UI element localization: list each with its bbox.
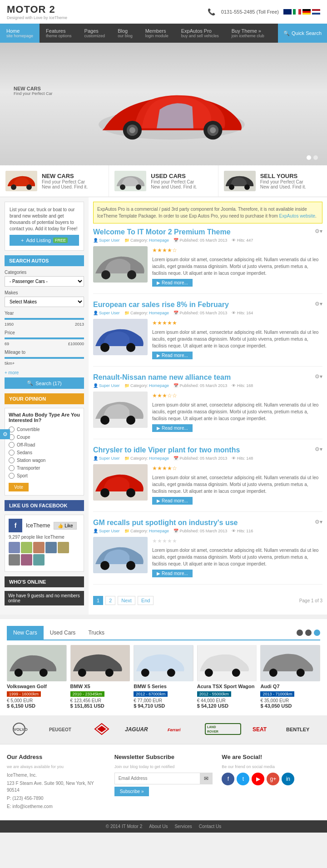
search-autos-button[interactable]: 🔍 Search (17): [5, 377, 84, 389]
radio-station[interactable]: Station wagon: [9, 457, 80, 463]
settings-gear[interactable]: ⚙: [0, 429, 10, 439]
footer-services-link[interactable]: Services: [174, 824, 192, 829]
brand-ferrari[interactable]: Ferrari: [167, 722, 194, 737]
social-youtube[interactable]: ▶: [252, 773, 264, 785]
article-3-tools[interactable]: ⚙▾: [315, 373, 322, 380]
tab-new-cars[interactable]: New Cars: [7, 626, 44, 640]
article-4-author: 👤 Super User: [93, 456, 120, 461]
radio-sedans[interactable]: Sedans: [9, 450, 80, 456]
svg-point-33: [40, 669, 48, 677]
radio-convertible[interactable]: Convertible: [9, 427, 80, 432]
article-1-tools[interactable]: ⚙▾: [315, 228, 322, 234]
flag-de[interactable]: [302, 9, 311, 15]
search-form: Categories - Passenger Cars - Makes Sele…: [5, 270, 84, 389]
newsletter-email-input[interactable]: [114, 773, 200, 784]
tab-used-cars[interactable]: Used Cars: [44, 626, 82, 640]
page-next[interactable]: Next: [118, 596, 135, 605]
article-3-readmore[interactable]: ▶ Read more...: [152, 424, 193, 432]
expautos-link[interactable]: ExpAutos website: [279, 213, 316, 218]
brand-seat[interactable]: SEAT: [252, 722, 274, 737]
flag-nl[interactable]: [312, 9, 320, 15]
social-googleplus[interactable]: g+: [267, 773, 279, 785]
add-listing-label: Add Listing: [26, 238, 50, 243]
article-5-readmore[interactable]: ▶ Read more...: [152, 570, 193, 577]
categories-select[interactable]: - Passenger Cars -: [5, 276, 84, 287]
social-linkedin[interactable]: in: [282, 773, 294, 785]
radio-offroad[interactable]: Off-Road: [9, 442, 80, 448]
svg-point-15: [244, 184, 250, 190]
tab-trucks[interactable]: Trucks: [82, 626, 111, 640]
more-options[interactable]: + more: [5, 370, 19, 375]
radio-transporter[interactable]: Transporter: [9, 465, 80, 471]
cat-sell-yours[interactable]: SELL YOURS Find your Perfect Car New and…: [218, 165, 327, 197]
brand-peugeot[interactable]: PEUGEOT: [48, 722, 80, 737]
article-1-readmore[interactable]: ▶ Read more...: [152, 279, 193, 287]
nav-item-blog[interactable]: Blog our blog: [111, 24, 139, 43]
hero-dot-1[interactable]: [307, 155, 311, 160]
nav-item-home[interactable]: Home site homepage: [0, 24, 40, 43]
brand-renault[interactable]: [90, 722, 113, 737]
brand-jaguar[interactable]: JAGUAR: [124, 722, 156, 737]
page-end[interactable]: End: [138, 596, 154, 605]
brand-volvo[interactable]: VOLVO: [10, 722, 37, 737]
radio-sport-input[interactable]: [9, 473, 15, 479]
nav-item-pages[interactable]: Pages customized: [78, 24, 112, 43]
online-title: WHO'S ONLINE: [5, 576, 84, 587]
nav-item-members[interactable]: Members login module: [139, 24, 175, 43]
footer-about-link[interactable]: About Us: [149, 824, 168, 829]
radio-transporter-input[interactable]: [9, 465, 15, 471]
brand-landrover[interactable]: LAND ROVER: [205, 722, 241, 737]
article-5-category: 📁 Category: Homepage: [124, 529, 169, 533]
nav-item-buytheme[interactable]: Buy Theme » join icetheme club: [225, 24, 271, 43]
free-badge: FREE: [53, 238, 68, 243]
listing-tab-controls: [297, 630, 320, 636]
article-4-tools[interactable]: ⚙▾: [315, 446, 322, 452]
car-card-2-name: BMW X5: [70, 684, 130, 689]
article-5-img: [93, 537, 148, 573]
nav-item-expautos[interactable]: ExpAutos Pro buy and sell vehicles: [175, 24, 225, 43]
cat-new-img: [5, 171, 37, 191]
radio-offroad-input[interactable]: [9, 442, 15, 448]
hero-dot-2[interactable]: [313, 155, 318, 160]
add-listing-button[interactable]: + Add Listing FREE: [10, 235, 79, 246]
article-2-tools[interactable]: ⚙▾: [315, 301, 322, 307]
radio-sedans-input[interactable]: [9, 450, 15, 456]
radio-coupe[interactable]: Coupe: [9, 434, 80, 440]
social-twitter[interactable]: t: [237, 773, 249, 785]
social-facebook[interactable]: f: [222, 773, 234, 785]
cat-used-cars[interactable]: USED CARS Find your Perfect Car New and …: [109, 165, 218, 197]
car-card-5-price-usd: $ 43,050 USD: [260, 703, 320, 709]
cat-new-cars[interactable]: NEW CARS Find your Perfect Car New and U…: [0, 165, 109, 197]
car-card-5-badge: 2013 - 71000km: [260, 691, 294, 697]
vote-button[interactable]: Vote: [9, 483, 29, 491]
footer-newsletter-title: Newsletter Subscribe: [114, 754, 213, 760]
tab-ctrl-2[interactable]: [305, 630, 312, 636]
fb-avatar-6: [9, 554, 20, 565]
page-2[interactable]: 2: [105, 596, 115, 605]
makes-select[interactable]: Select Makes: [5, 297, 84, 307]
article-5-tools[interactable]: ⚙▾: [315, 519, 322, 525]
footer-contact-link[interactable]: Contact Us: [199, 824, 221, 829]
article-2-author: 👤 Super User: [93, 311, 120, 315]
fb-like-button[interactable]: 👍 Like: [54, 522, 77, 530]
nav-item-features[interactable]: Features theme options: [40, 24, 78, 43]
article-5-text: Lorem ipsum dolor sit amet, consectetur …: [152, 547, 322, 567]
radio-station-input[interactable]: [9, 457, 15, 463]
flag-it[interactable]: [293, 9, 301, 15]
radio-sport[interactable]: Sport: [9, 473, 80, 479]
article-2-readmore[interactable]: ▶ Read more...: [152, 352, 193, 359]
article-4-stars: ★★★★☆: [152, 464, 322, 472]
flag-uk[interactable]: [283, 9, 292, 15]
subscribe-button[interactable]: Subscribe »: [114, 787, 149, 796]
car-grid: Volkswagen Golf 1999 - 16000km € 5,000 E…: [7, 645, 320, 709]
page-1[interactable]: 1: [93, 596, 103, 605]
search-button[interactable]: 🔍 Quick Search: [278, 24, 327, 43]
brand-bentley[interactable]: BENTLEY: [285, 722, 317, 737]
article-5-body: ★★★★★ Lorem ipsum dolor sit amet, consec…: [93, 537, 322, 577]
fb-avatar-1: [9, 542, 20, 553]
tab-ctrl-1[interactable]: [297, 630, 303, 636]
article-4-readmore[interactable]: ▶ Read more...: [152, 497, 193, 505]
opinion-title: YOUR OPINION: [5, 393, 84, 404]
tab-ctrl-3[interactable]: [314, 630, 320, 636]
car-card-4-price-usd: $ 54,120 USD: [197, 703, 257, 709]
